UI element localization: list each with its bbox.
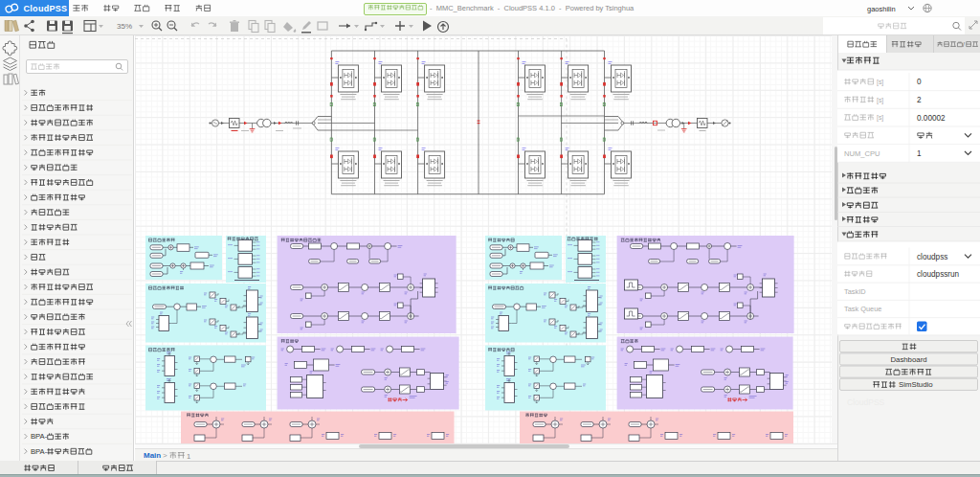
svg-text:BPA-: BPA- [31, 432, 48, 441]
svg-text:[s]: [s] [877, 114, 883, 122]
svg-text:BPA-: BPA- [31, 447, 48, 456]
svg-text:[s]: [s] [877, 79, 883, 86]
svg-text:0: 0 [917, 78, 922, 86]
svg-text:cloudpssrun: cloudpssrun [917, 270, 960, 279]
svg-text:[s]: [s] [877, 97, 883, 104]
svg-text:2: 2 [917, 96, 922, 104]
svg-text:CloudPSS: CloudPSS [847, 398, 885, 407]
svg-text:TaskID: TaskID [844, 287, 866, 296]
svg-text:Dashboard: Dashboard [890, 355, 926, 364]
svg-text:35%: 35% [117, 22, 132, 31]
svg-text:1: 1 [917, 149, 922, 158]
svg-text:SimStudio: SimStudio [899, 380, 933, 389]
svg-text:cloudpss: cloudpss [917, 253, 947, 261]
svg-text:0.00002: 0.00002 [917, 114, 946, 123]
svg-text:1: 1 [187, 452, 190, 461]
svg-text:NUM_CPU: NUM_CPU [844, 149, 880, 158]
svg-text:Task Queue: Task Queue [844, 305, 881, 313]
